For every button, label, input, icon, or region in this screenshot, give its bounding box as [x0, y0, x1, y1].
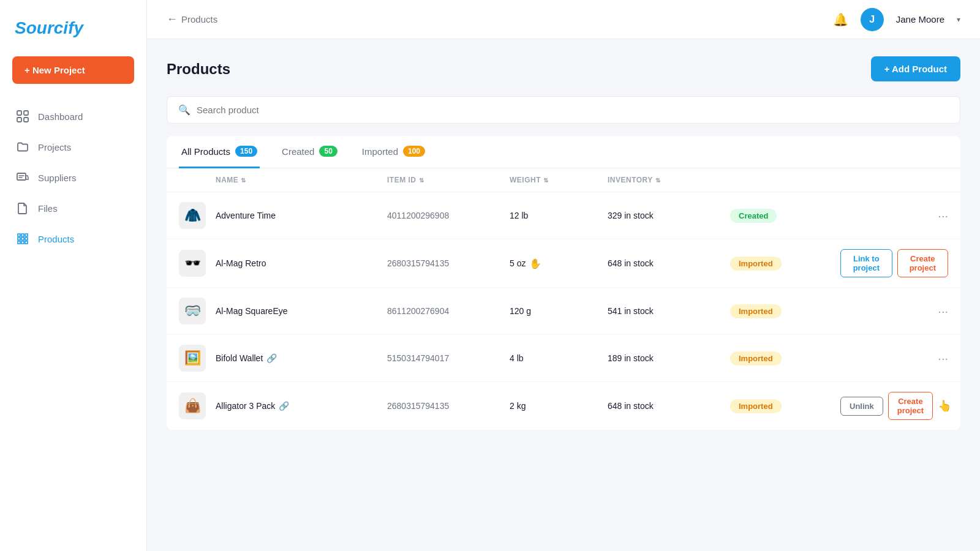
sidebar: Sourcify + New Project Dashboard Project…	[0, 0, 147, 551]
th-actions	[840, 176, 948, 184]
back-button[interactable]: ← Products	[167, 13, 217, 26]
sidebar-nav: Dashboard Projects Suppliers	[0, 102, 146, 253]
sidebar-item-label: Products	[38, 234, 74, 244]
suppliers-icon	[16, 171, 29, 184]
user-name[interactable]: Jane Moore	[896, 14, 944, 24]
product-item-id: 2680315794135	[387, 258, 510, 268]
product-item-id: 4011200296908	[387, 211, 510, 220]
tab-created[interactable]: Created 50	[279, 136, 340, 168]
files-icon	[16, 201, 29, 215]
product-status: Imported	[730, 399, 840, 413]
tab-imported-label: Imported	[362, 146, 398, 157]
product-inventory: 189 in stock	[608, 353, 730, 363]
status-badge: Imported	[730, 351, 782, 365]
svg-rect-5	[25, 241, 28, 244]
sidebar-item-suppliers[interactable]: Suppliers	[7, 163, 139, 192]
tab-imported[interactable]: Imported 100	[360, 136, 428, 168]
product-name: Alligator 3 Pack 🔗	[216, 401, 387, 411]
search-input[interactable]	[197, 105, 949, 115]
product-image: 🕶️	[179, 250, 216, 277]
product-name: Al-Mag Retro	[216, 258, 387, 268]
more-options-button[interactable]: ···	[938, 304, 948, 318]
product-thumbnail: 🥽	[179, 298, 206, 324]
product-status: Created	[730, 209, 840, 223]
product-weight: 12 lb	[510, 211, 608, 220]
svg-rect-4	[17, 173, 26, 180]
th-weight-label: WEIGHT	[510, 176, 541, 184]
product-weight: 5 oz ✋	[510, 258, 608, 269]
search-bar: 🔍	[167, 96, 960, 124]
table-header: NAME ⇅ ITEM ID ⇅ WEIGHT ⇅ INVENTORY ⇅	[167, 168, 960, 192]
tab-all-badge: 150	[235, 146, 257, 157]
sidebar-item-products[interactable]: Products	[7, 225, 139, 253]
products-panel: All Products 150 Created 50 Imported 100…	[167, 136, 960, 430]
unlink-button[interactable]: Unlink	[840, 397, 883, 416]
product-name: Al-Mag SquareEye	[216, 306, 387, 316]
svg-rect-1	[24, 111, 28, 115]
product-inventory: 329 in stock	[608, 211, 730, 220]
product-status: Imported	[730, 257, 840, 271]
notification-bell-icon[interactable]: 🔔	[833, 12, 848, 27]
sidebar-item-label: Dashboard	[38, 111, 83, 122]
product-weight: 2 kg	[510, 401, 608, 411]
more-options-button[interactable]: ···	[938, 351, 948, 365]
row-actions: Unlink Create project 👆	[840, 392, 951, 420]
drag-handle-icon[interactable]: ✋	[529, 258, 541, 269]
product-image: 🧥	[179, 202, 216, 229]
sidebar-item-dashboard[interactable]: Dashboard	[7, 102, 139, 130]
product-item-id: 8611200276904	[387, 306, 510, 316]
logo-area: Sourcify	[0, 12, 146, 56]
th-inventory: INVENTORY ⇅	[608, 176, 730, 184]
row-actions: ···	[840, 351, 948, 365]
dashboard-icon	[16, 110, 29, 123]
status-badge: Imported	[730, 257, 782, 271]
product-thumbnail: 🧥	[179, 202, 206, 229]
sort-inventory-icon[interactable]: ⇅	[655, 177, 661, 184]
more-options-button[interactable]: ···	[938, 209, 948, 223]
product-inventory: 648 in stock	[608, 401, 730, 411]
product-thumbnail: 👜	[179, 392, 206, 419]
th-itemid-label: ITEM ID	[387, 176, 417, 184]
topbar-left: ← Products	[167, 13, 217, 26]
sidebar-item-label: Projects	[38, 142, 71, 152]
product-name: Adventure Time	[216, 211, 387, 220]
sort-name-icon[interactable]: ⇅	[241, 177, 246, 184]
product-status: Imported	[730, 351, 840, 365]
sort-itemid-icon[interactable]: ⇅	[419, 177, 424, 184]
status-badge: Imported	[730, 304, 782, 318]
tabs-bar: All Products 150 Created 50 Imported 100	[167, 136, 960, 168]
tab-all-label: All Products	[181, 146, 230, 157]
create-project-button[interactable]: Create project	[897, 249, 948, 277]
table-row: 🕶️ Al-Mag Retro 2680315794135 5 oz ✋ 648…	[167, 239, 960, 288]
product-item-id: 2680315794135	[387, 401, 510, 411]
user-avatar[interactable]: J	[861, 8, 884, 31]
page-content: Products + Add Product 🔍 All Products 15…	[147, 39, 980, 551]
chevron-down-icon[interactable]: ▾	[957, 15, 960, 24]
table-row: 👜 Alligator 3 Pack 🔗 2680315794135 2 kg …	[167, 382, 960, 430]
sidebar-item-projects[interactable]: Projects	[7, 133, 139, 161]
link-icon: 🔗	[279, 401, 289, 411]
link-to-project-button[interactable]: Link to project	[840, 249, 892, 277]
create-project-button[interactable]: Create project	[888, 392, 933, 420]
new-project-button[interactable]: + New Project	[12, 56, 134, 84]
add-product-button[interactable]: + Add Product	[871, 56, 960, 81]
product-thumbnail: 🖼️	[179, 345, 206, 372]
th-name-label: NAME	[216, 176, 238, 184]
product-inventory: 648 in stock	[608, 258, 730, 268]
th-weight: WEIGHT ⇅	[510, 176, 608, 184]
main-area: ← Products 🔔 J Jane Moore ▾ Products + A…	[147, 0, 980, 551]
status-badge: Created	[730, 209, 777, 223]
sort-weight-icon[interactable]: ⇅	[543, 177, 549, 184]
product-weight: 4 lb	[510, 353, 608, 363]
row-actions: ···	[840, 209, 948, 223]
tab-imported-badge: 100	[403, 146, 425, 157]
svg-rect-2	[17, 118, 21, 122]
product-name: Bifold Wallet 🔗	[216, 353, 387, 363]
logo-text: Sourcify	[15, 18, 83, 37]
sidebar-item-files[interactable]: Files	[7, 194, 139, 222]
tab-all-products[interactable]: All Products 150	[179, 136, 260, 168]
tab-created-badge: 50	[319, 146, 337, 157]
table-row: 🧥 Adventure Time 4011200296908 12 lb 329…	[167, 192, 960, 239]
topbar-right: 🔔 J Jane Moore ▾	[833, 8, 960, 31]
projects-icon	[16, 140, 29, 154]
